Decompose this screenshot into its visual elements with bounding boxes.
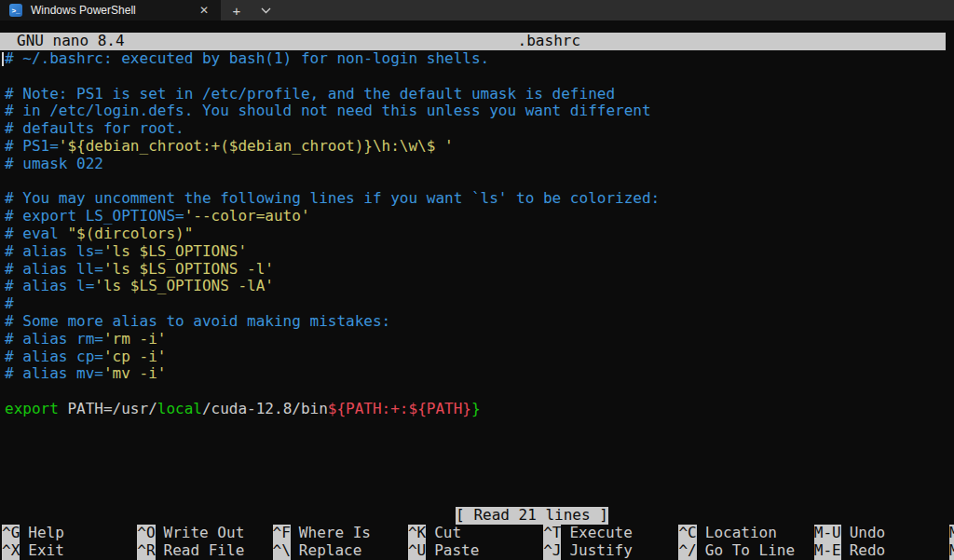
- shortcut-clipped: M: [949, 542, 954, 560]
- code-segment-string: "$(dircolors)": [67, 225, 193, 242]
- code-segment-string: 'rm -i': [103, 330, 166, 348]
- editor-line: [5, 173, 954, 191]
- shortcut-location: ^CLocation: [678, 525, 813, 542]
- shortcut-write-out: ^OWrite Out: [137, 525, 272, 542]
- editor-line: # You may uncomment the following lines …: [5, 190, 954, 208]
- shortcut-label: Cut: [434, 525, 461, 542]
- shortcut-label: Write Out: [164, 525, 245, 542]
- editor-line: # eval "$(dircolors)": [5, 225, 954, 243]
- code-segment-string: '${debian_chroot:+($debian_chroot)}\h:\w…: [59, 137, 454, 155]
- shortcut-clipped: M: [949, 525, 954, 542]
- shortcut-label: Justify: [569, 542, 632, 560]
- shortcut-key: ^\: [273, 542, 291, 560]
- terminal-window: >_ Windows PowerShell ✕ + GNU nano 8.4 .…: [0, 0, 954, 560]
- terminal-content[interactable]: GNU nano 8.4 .bashrc # ~/.bashrc: execut…: [0, 20, 954, 560]
- nano-version: GNU nano 8.4: [17, 33, 125, 50]
- shortcut-cut: ^KCut: [408, 525, 543, 542]
- shortcut-label: Exit: [28, 542, 64, 560]
- code-segment-comment: # eval: [5, 225, 67, 242]
- nano-filename: .bashrc: [518, 33, 580, 50]
- code-segment-plain: /cuda-12.8/bin: [202, 400, 328, 417]
- code-segment-expansion: ${PATH:+:${PATH}: [328, 400, 471, 417]
- shortcut-key: M-U: [814, 525, 841, 542]
- shortcut-key: ^R: [137, 542, 155, 560]
- shortcut-go-to-line: ^/Go To Line: [678, 542, 813, 560]
- shortcut-row: ^XExit^RRead File^\Replace^UPaste^JJusti…: [2, 542, 954, 560]
- code-segment-string: 'cp -i': [103, 348, 166, 365]
- shortcut-read-file: ^RRead File: [137, 542, 272, 560]
- editor-line: # export LS_OPTIONS='--color=auto': [5, 208, 954, 225]
- code-segment-comment: # alias rm=: [5, 330, 103, 348]
- shortcut-label: Redo: [850, 542, 886, 560]
- code-segment-comment: # export LS_OPTIONS=: [5, 207, 184, 225]
- shortcut-help: ^GHelp: [2, 525, 137, 542]
- shortcut-key: ^/: [678, 542, 696, 560]
- code-segment-comment: # You may uncomment the following lines …: [5, 189, 660, 207]
- shortcut-label: Location: [705, 525, 777, 542]
- editor-line: # PS1='${debian_chroot:+($debian_chroot)…: [5, 138, 954, 156]
- code-segment-plain: PATH=/usr/: [59, 400, 157, 417]
- editor-line: [5, 68, 954, 86]
- nano-shortcut-bar: ^GHelp^OWrite Out^FWhere Is^KCut^TExecut…: [0, 525, 954, 560]
- editor-line: # alias cp='cp -i': [5, 348, 954, 366]
- chevron-down-icon[interactable]: [252, 0, 279, 20]
- shortcut-label: Paste: [434, 542, 479, 560]
- code-segment-comment: # Note: PS1 is set in /etc/profile, and …: [5, 85, 615, 102]
- close-tab-icon[interactable]: ✕: [196, 3, 212, 18]
- code-segment-string: 'ls $LS_OPTIONS -l': [103, 260, 274, 278]
- shortcut-key: ^O: [137, 525, 155, 542]
- editor-empty-space[interactable]: [0, 418, 954, 507]
- code-segment-keyword: local: [157, 400, 202, 417]
- code-segment-comment: # in /etc/login.defs. You should not nee…: [5, 102, 651, 119]
- shortcut-justify: ^JJustify: [543, 542, 678, 560]
- status-message: [ Read 21 lines ]: [456, 507, 608, 525]
- code-segment-comment: # alias cp=: [5, 348, 103, 365]
- shortcut-key: M-E: [814, 542, 841, 560]
- code-segment-keyword: export: [5, 400, 59, 417]
- editor-line: # in /etc/login.defs. You should not nee…: [5, 102, 954, 120]
- shortcut-label: Replace: [299, 542, 361, 560]
- statusbar: [ Read 21 lines ]: [0, 507, 954, 525]
- editor-line: # Some more alias to avoid making mistak…: [5, 313, 954, 331]
- code-segment-comment: # PS1=: [5, 137, 59, 155]
- shortcut-row: ^GHelp^OWrite Out^FWhere Is^KCut^TExecut…: [2, 525, 954, 542]
- tab-windows-powershell[interactable]: >_ Windows PowerShell ✕: [0, 0, 221, 20]
- titlebar: >_ Windows PowerShell ✕ +: [0, 0, 954, 20]
- shortcut-label: Read File: [164, 542, 245, 560]
- shortcut-label: Execute: [569, 525, 632, 542]
- editor-line: # Note: PS1 is set in /etc/profile, and …: [5, 86, 954, 103]
- editor-line: # alias ls='ls $LS_OPTIONS': [5, 243, 954, 261]
- shortcut-label: Go To Line: [705, 542, 795, 560]
- shortcut-key: ^U: [408, 542, 426, 560]
- editor-line: # umask 022: [5, 156, 954, 173]
- editor-line: # defaults for root.: [5, 120, 954, 138]
- shortcut-undo: M-UUndo: [814, 525, 949, 542]
- editor-line: #: [5, 295, 954, 313]
- shortcut-key: M: [949, 525, 954, 542]
- shortcut-paste: ^UPaste: [408, 542, 543, 560]
- shortcut-key: M: [949, 542, 954, 560]
- shortcut-replace: ^\Replace: [273, 542, 408, 560]
- shortcut-key: ^G: [2, 525, 20, 542]
- code-segment-comment: # defaults for root.: [5, 119, 184, 137]
- code-segment-string: '--color=auto': [184, 207, 310, 225]
- shortcut-execute: ^TExecute: [543, 525, 678, 542]
- shortcut-key: ^F: [273, 525, 291, 542]
- code-segment-comment: # alias mv=: [5, 364, 103, 382]
- editor-area[interactable]: # ~/.bashrc: executed by bash(1) for non…: [0, 50, 954, 418]
- shortcut-label: Where Is: [299, 525, 371, 542]
- code-segment-comment: #: [5, 294, 14, 312]
- shortcut-key: ^K: [408, 525, 426, 542]
- editor-line: [5, 383, 954, 401]
- shortcut-key: ^T: [543, 525, 561, 542]
- new-tab-button[interactable]: +: [221, 0, 252, 20]
- code-segment-string: 'ls $LS_OPTIONS': [103, 242, 247, 260]
- code-segment-comment: # umask 022: [5, 155, 103, 172]
- code-segment-comment: # alias l=: [5, 277, 94, 294]
- powershell-icon: >_: [9, 4, 22, 17]
- code-segment-comment: # alias ll=: [5, 260, 103, 278]
- shortcut-redo: M-ERedo: [814, 542, 949, 560]
- nano-title-bar: GNU nano 8.4 .bashrc: [0, 33, 946, 50]
- code-segment-comment: # Some more alias to avoid making mistak…: [5, 312, 390, 330]
- editor-line: # alias l='ls $LS_OPTIONS -lA': [5, 278, 954, 295]
